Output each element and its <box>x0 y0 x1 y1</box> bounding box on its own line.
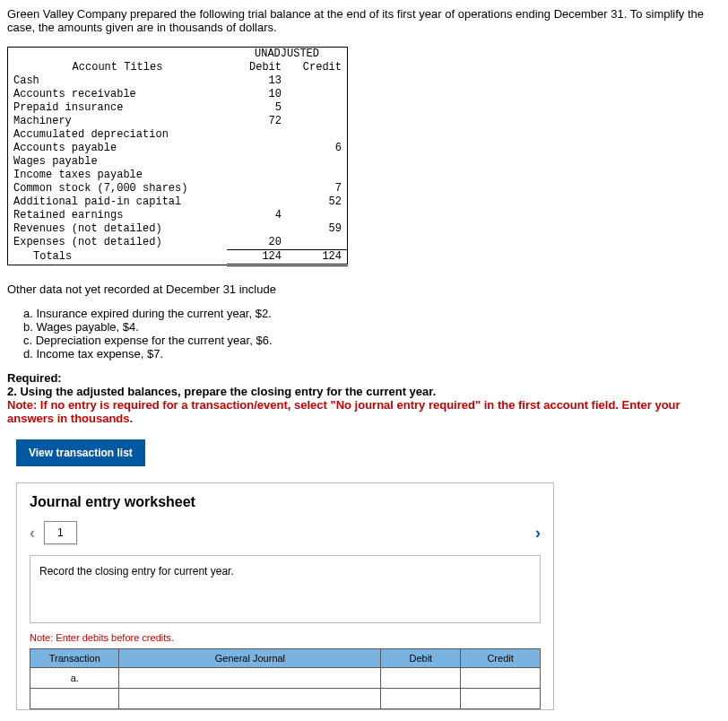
item-c: c. Depreciation expense for the current … <box>23 334 721 347</box>
th-transaction: Transaction <box>30 649 119 668</box>
general-journal-input[interactable] <box>119 668 381 689</box>
item-b: b. Wages payable, $4. <box>23 320 721 334</box>
worksheet-title: Journal entry worksheet <box>30 494 541 510</box>
required-note: Note: If no entry is required for a tran… <box>7 398 680 425</box>
tab-1[interactable]: 1 <box>44 521 77 544</box>
credit-header: Credit <box>287 61 348 74</box>
chevron-right-icon[interactable]: › <box>535 524 541 543</box>
row-account: Accounts payable <box>8 142 228 155</box>
totals-debit: 124 <box>227 250 287 265</box>
trial-balance-table: UNADJUSTED Account Titles Debit Credit C… <box>7 47 348 266</box>
row-account: Accumulated depreciation <box>8 128 228 142</box>
journal-entry-worksheet: Journal entry worksheet ‹ 1 › Record the… <box>16 482 554 710</box>
credit-input[interactable] <box>461 668 541 689</box>
unadjusted-header: UNADJUSTED <box>227 48 348 62</box>
item-a: a. Insurance expired during the current … <box>23 307 721 320</box>
th-debit: Debit <box>381 649 461 668</box>
required-line: 2. Using the adjusted balances, prepare … <box>7 385 436 398</box>
row-account: Expenses (not detailed) <box>8 236 228 250</box>
journal-entry-table: Transaction General Journal Debit Credit… <box>30 648 541 709</box>
general-journal-input[interactable] <box>119 689 381 709</box>
row-account: Prepaid insurance <box>8 101 228 115</box>
row-account: Wages payable <box>8 155 228 169</box>
item-d: d. Income tax expense, $7. <box>23 347 721 360</box>
required-head: Required: <box>7 371 62 385</box>
th-general-journal: General Journal <box>119 649 381 668</box>
row-account: Cash <box>8 74 228 88</box>
row-account: Revenues (not detailed) <box>8 222 228 236</box>
totals-label: Totals <box>8 250 228 265</box>
debits-before-credits-note: Note: Enter debits before credits. <box>30 632 541 643</box>
account-titles-header: Account Titles <box>8 61 228 74</box>
row-account: Machinery <box>8 115 228 128</box>
transaction-cell: a. <box>30 668 119 689</box>
row-account: Common stock (7,000 shares) <box>8 182 228 195</box>
other-data-label: Other data not yet recorded at December … <box>7 282 721 296</box>
row-account: Additional paid-in capital <box>8 195 228 209</box>
row-account: Accounts receivable <box>8 88 228 101</box>
row-account: Retained earnings <box>8 209 228 222</box>
view-transaction-list-button[interactable]: View transaction list <box>16 439 145 466</box>
th-credit: Credit <box>461 649 541 668</box>
debit-input[interactable] <box>381 668 461 689</box>
chevron-left-icon[interactable]: ‹ <box>30 524 35 543</box>
credit-input[interactable] <box>461 689 541 709</box>
transaction-cell <box>30 689 119 709</box>
record-instruction: Record the closing entry for current yea… <box>30 555 541 623</box>
intro-text: Green Valley Company prepared the follow… <box>7 7 721 34</box>
row-account: Income taxes payable <box>8 169 228 182</box>
debit-header: Debit <box>227 61 287 74</box>
totals-credit: 124 <box>287 250 348 265</box>
debit-input[interactable] <box>381 689 461 709</box>
